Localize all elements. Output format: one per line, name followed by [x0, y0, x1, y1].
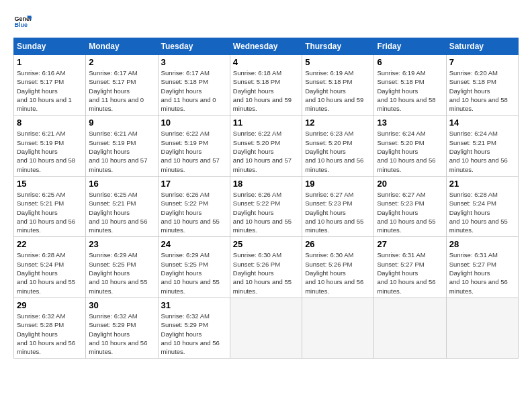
calendar-cell: 5 Sunrise: 6:19 AMSunset: 5:18 PMDayligh…: [302, 55, 374, 116]
calendar-cell: 19 Sunrise: 6:27 AMSunset: 5:23 PMDaylig…: [302, 176, 374, 236]
calendar-cell: 26 Sunrise: 6:30 AMSunset: 5:26 PMDaylig…: [302, 237, 374, 298]
day-number: 26: [305, 239, 371, 249]
day-number: 25: [233, 239, 299, 249]
calendar-cell: 16 Sunrise: 6:25 AMSunset: 5:21 PMDaylig…: [86, 176, 158, 236]
calendar-cell: 14 Sunrise: 6:24 AMSunset: 5:21 PMDaylig…: [446, 116, 518, 176]
weekday-header-sunday: Sunday: [14, 38, 86, 55]
calendar-table: SundayMondayTuesdayWednesdayThursdayFrid…: [13, 38, 519, 359]
calendar-cell: [374, 298, 446, 358]
calendar-cell: 15 Sunrise: 6:25 AMSunset: 5:21 PMDaylig…: [14, 176, 86, 236]
calendar-cell: 7 Sunrise: 6:20 AMSunset: 5:18 PMDayligh…: [446, 55, 518, 116]
calendar-cell: 27 Sunrise: 6:31 AMSunset: 5:27 PMDaylig…: [374, 237, 446, 298]
calendar-cell: 20 Sunrise: 6:27 AMSunset: 5:23 PMDaylig…: [374, 176, 446, 236]
day-number: 23: [89, 239, 154, 249]
day-info: Sunrise: 6:26 AMSunset: 5:22 PMDaylight …: [233, 191, 292, 234]
header: General Blue: [13, 12, 519, 31]
day-number: 11: [233, 118, 299, 128]
calendar-cell: 18 Sunrise: 6:26 AMSunset: 5:22 PMDaylig…: [230, 176, 302, 236]
day-number: 14: [449, 118, 515, 128]
day-info: Sunrise: 6:30 AMSunset: 5:26 PMDaylight …: [233, 251, 292, 294]
day-number: 8: [17, 118, 83, 128]
day-number: 24: [161, 239, 227, 249]
day-info: Sunrise: 6:22 AMSunset: 5:20 PMDaylight …: [233, 130, 292, 173]
calendar-cell: 23 Sunrise: 6:29 AMSunset: 5:25 PMDaylig…: [86, 237, 158, 298]
day-number: 31: [161, 300, 227, 310]
day-number: 13: [377, 118, 443, 128]
day-info: Sunrise: 6:28 AMSunset: 5:24 PMDaylight …: [17, 251, 75, 294]
day-info: Sunrise: 6:24 AMSunset: 5:20 PMDaylight …: [377, 130, 435, 173]
day-number: 6: [377, 57, 443, 67]
day-info: Sunrise: 6:31 AMSunset: 5:27 PMDaylight …: [449, 251, 508, 294]
calendar-cell: 28 Sunrise: 6:31 AMSunset: 5:27 PMDaylig…: [446, 237, 518, 298]
calendar-cell: 9 Sunrise: 6:21 AMSunset: 5:19 PMDayligh…: [86, 116, 158, 176]
day-number: 21: [449, 179, 515, 189]
day-number: 10: [161, 118, 227, 128]
day-info: Sunrise: 6:32 AMSunset: 5:29 PMDaylight …: [89, 312, 147, 355]
weekday-header-saturday: Saturday: [446, 38, 518, 55]
logo-icon: General Blue: [13, 12, 32, 31]
day-info: Sunrise: 6:19 AMSunset: 5:18 PMDaylight …: [305, 69, 363, 112]
day-number: 1: [17, 57, 83, 67]
calendar-cell: 24 Sunrise: 6:29 AMSunset: 5:25 PMDaylig…: [158, 237, 230, 298]
day-number: 2: [89, 57, 154, 67]
day-info: Sunrise: 6:23 AMSunset: 5:20 PMDaylight …: [305, 130, 363, 173]
calendar-cell: 8 Sunrise: 6:21 AMSunset: 5:19 PMDayligh…: [14, 116, 86, 176]
day-info: Sunrise: 6:25 AMSunset: 5:21 PMDaylight …: [89, 191, 147, 234]
calendar-cell: 25 Sunrise: 6:30 AMSunset: 5:26 PMDaylig…: [230, 237, 302, 298]
calendar-cell: 31 Sunrise: 6:32 AMSunset: 5:29 PMDaylig…: [158, 298, 230, 358]
day-info: Sunrise: 6:22 AMSunset: 5:19 PMDaylight …: [161, 130, 220, 173]
svg-text:Blue: Blue: [14, 21, 28, 28]
day-info: Sunrise: 6:17 AMSunset: 5:17 PMDaylight …: [89, 69, 144, 112]
day-info: Sunrise: 6:29 AMSunset: 5:25 PMDaylight …: [161, 251, 220, 294]
logo: General Blue: [13, 12, 32, 31]
calendar-cell: 6 Sunrise: 6:19 AMSunset: 5:18 PMDayligh…: [374, 55, 446, 116]
day-number: 27: [377, 239, 443, 249]
calendar-cell: [302, 298, 374, 358]
day-info: Sunrise: 6:18 AMSunset: 5:18 PMDaylight …: [233, 69, 292, 112]
day-info: Sunrise: 6:31 AMSunset: 5:27 PMDaylight …: [377, 251, 435, 294]
day-number: 5: [305, 57, 371, 67]
day-number: 15: [17, 179, 83, 189]
day-number: 16: [89, 179, 154, 189]
day-info: Sunrise: 6:21 AMSunset: 5:19 PMDaylight …: [89, 130, 147, 173]
day-info: Sunrise: 6:32 AMSunset: 5:29 PMDaylight …: [161, 312, 220, 355]
day-number: 12: [305, 118, 371, 128]
day-info: Sunrise: 6:24 AMSunset: 5:21 PMDaylight …: [449, 130, 508, 173]
calendar-cell: 30 Sunrise: 6:32 AMSunset: 5:29 PMDaylig…: [86, 298, 158, 358]
weekday-header-tuesday: Tuesday: [158, 38, 230, 55]
day-info: Sunrise: 6:30 AMSunset: 5:26 PMDaylight …: [305, 251, 363, 294]
day-info: Sunrise: 6:17 AMSunset: 5:18 PMDaylight …: [161, 69, 216, 112]
day-number: 7: [449, 57, 515, 67]
calendar-cell: 17 Sunrise: 6:26 AMSunset: 5:22 PMDaylig…: [158, 176, 230, 236]
day-info: Sunrise: 6:20 AMSunset: 5:18 PMDaylight …: [449, 69, 508, 112]
weekday-header-wednesday: Wednesday: [230, 38, 302, 55]
day-info: Sunrise: 6:19 AMSunset: 5:18 PMDaylight …: [377, 69, 435, 112]
day-number: 22: [17, 239, 83, 249]
calendar-cell: 4 Sunrise: 6:18 AMSunset: 5:18 PMDayligh…: [230, 55, 302, 116]
calendar-cell: 1 Sunrise: 6:16 AMSunset: 5:17 PMDayligh…: [14, 55, 86, 116]
day-info: Sunrise: 6:26 AMSunset: 5:22 PMDaylight …: [161, 191, 220, 234]
day-number: 28: [449, 239, 515, 249]
day-number: 18: [233, 179, 299, 189]
calendar-cell: [446, 298, 518, 358]
day-info: Sunrise: 6:29 AMSunset: 5:25 PMDaylight …: [89, 251, 147, 294]
day-number: 9: [89, 118, 154, 128]
day-number: 30: [89, 300, 154, 310]
day-number: 29: [17, 300, 83, 310]
day-number: 17: [161, 179, 227, 189]
day-number: 4: [233, 57, 299, 67]
day-info: Sunrise: 6:21 AMSunset: 5:19 PMDaylight …: [17, 130, 75, 173]
day-number: 20: [377, 179, 443, 189]
calendar-cell: 12 Sunrise: 6:23 AMSunset: 5:20 PMDaylig…: [302, 116, 374, 176]
calendar-cell: 10 Sunrise: 6:22 AMSunset: 5:19 PMDaylig…: [158, 116, 230, 176]
weekday-header-monday: Monday: [86, 38, 158, 55]
day-info: Sunrise: 6:27 AMSunset: 5:23 PMDaylight …: [377, 191, 435, 234]
day-info: Sunrise: 6:16 AMSunset: 5:17 PMDaylight …: [17, 69, 72, 112]
calendar-cell: 11 Sunrise: 6:22 AMSunset: 5:20 PMDaylig…: [230, 116, 302, 176]
day-number: 3: [161, 57, 227, 67]
weekday-header-friday: Friday: [374, 38, 446, 55]
calendar-cell: 2 Sunrise: 6:17 AMSunset: 5:17 PMDayligh…: [86, 55, 158, 116]
calendar-cell: 13 Sunrise: 6:24 AMSunset: 5:20 PMDaylig…: [374, 116, 446, 176]
calendar-cell: 29 Sunrise: 6:32 AMSunset: 5:28 PMDaylig…: [14, 298, 86, 358]
calendar-cell: [230, 298, 302, 358]
